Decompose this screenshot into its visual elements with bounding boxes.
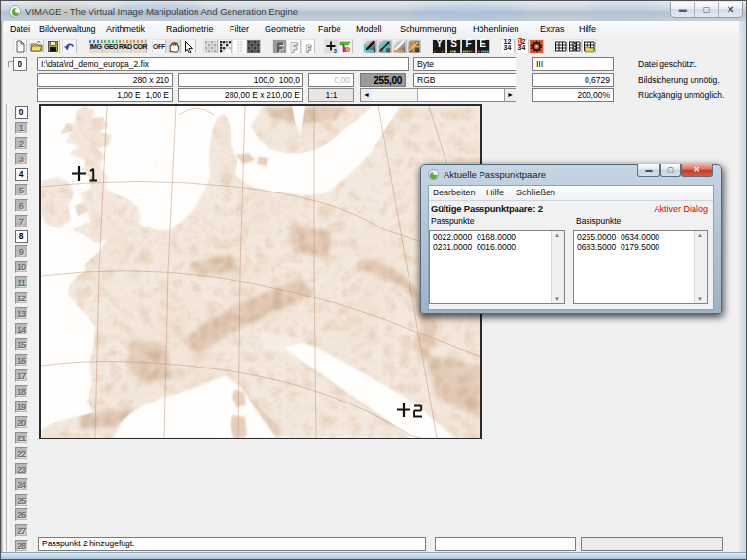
svg-text:3: 3 [334, 48, 337, 53]
